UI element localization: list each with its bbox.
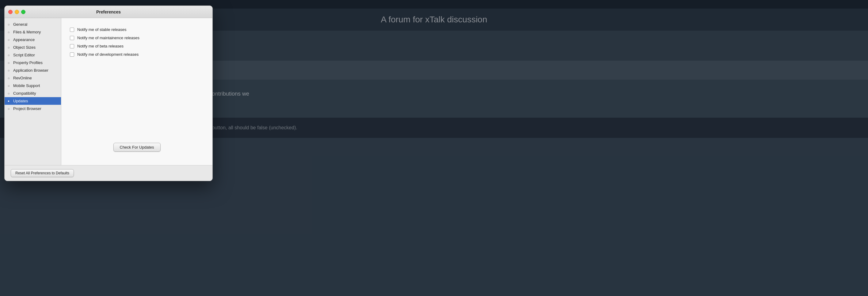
checkbox-label-stable: Notify me of stable releases bbox=[77, 27, 126, 32]
maximize-button[interactable] bbox=[21, 10, 25, 14]
dialog-footer: Reset All Preferences to Defaults bbox=[5, 165, 212, 181]
sidebar-item-property-profiles[interactable]: Property Profiles bbox=[5, 59, 61, 66]
reset-preferences-button[interactable]: Reset All Preferences to Defaults bbox=[11, 169, 74, 177]
sidebar-item-appearance[interactable]: Appearance bbox=[5, 36, 61, 43]
checkbox-development[interactable] bbox=[70, 53, 74, 57]
sidebar-item-application-browser[interactable]: Application Browser bbox=[5, 66, 61, 74]
sidebar-item-files-memory[interactable]: Files & Memory bbox=[5, 28, 61, 36]
sidebar-item-label-application-browser: Application Browser bbox=[13, 68, 49, 73]
sidebar-item-label-updates: Updates bbox=[13, 99, 28, 103]
dialog-titlebar: Preferences bbox=[5, 6, 212, 18]
checkbox-beta[interactable] bbox=[70, 44, 74, 48]
sidebar-item-compatibility[interactable]: Compatibility bbox=[5, 90, 61, 97]
preferences-dialog: Preferences General Files & Memory Appea… bbox=[4, 5, 213, 181]
checkbox-stable[interactable] bbox=[70, 28, 74, 32]
sidebar-item-label-compatibility: Compatibility bbox=[13, 91, 36, 96]
minimize-button[interactable] bbox=[15, 10, 19, 14]
checkbox-row-development: Notify me of development releases bbox=[70, 50, 204, 59]
bottom-spacer bbox=[70, 152, 204, 158]
sidebar-item-label-revonline: RevOnline bbox=[13, 76, 32, 80]
main-content-updates: Notify me of stable releases Notify me o… bbox=[61, 18, 212, 165]
checkbox-label-maintenance: Notify me of maintainence releases bbox=[77, 36, 140, 40]
check-updates-button[interactable]: Check For Updates bbox=[114, 143, 161, 152]
sidebar-item-object-sizes[interactable]: Object Sizes bbox=[5, 43, 61, 51]
dialog-body: General Files & Memory Appearance Object… bbox=[5, 18, 212, 165]
sidebar-item-label-project-browser: Project Browser bbox=[13, 106, 41, 111]
checkbox-row-maintenance: Notify me of maintainence releases bbox=[70, 34, 204, 42]
sidebar-item-revonline[interactable]: RevOnline bbox=[5, 74, 61, 82]
sidebar-item-general[interactable]: General bbox=[5, 21, 61, 28]
checkbox-label-development: Notify me of development releases bbox=[77, 52, 138, 57]
sidebar-item-label-mobile-support: Mobile Support bbox=[13, 84, 40, 88]
sidebar-item-label-object-sizes: Object Sizes bbox=[13, 45, 36, 50]
checkbox-maintenance[interactable] bbox=[70, 36, 74, 40]
sidebar-item-script-editor[interactable]: Script Editor bbox=[5, 51, 61, 59]
sidebar-item-label-general: General bbox=[13, 22, 27, 27]
sidebar-item-label-property-profiles: Property Profiles bbox=[13, 60, 42, 65]
main-spacer bbox=[70, 59, 204, 143]
sidebar: General Files & Memory Appearance Object… bbox=[5, 18, 61, 165]
checkbox-row-beta: Notify me of beta releases bbox=[70, 42, 204, 50]
checkbox-label-beta: Notify me of beta releases bbox=[77, 44, 124, 48]
checkbox-row-stable: Notify me of stable releases bbox=[70, 26, 204, 34]
traffic-lights bbox=[8, 10, 25, 14]
sidebar-item-project-browser[interactable]: Project Browser bbox=[5, 105, 61, 112]
sidebar-item-updates[interactable]: Updates bbox=[5, 97, 61, 105]
sidebar-item-mobile-support[interactable]: Mobile Support bbox=[5, 82, 61, 90]
sidebar-item-label-script-editor: Script Editor bbox=[13, 53, 35, 57]
sidebar-item-label-files: Files & Memory bbox=[13, 30, 41, 34]
sidebar-item-label-appearance: Appearance bbox=[13, 37, 35, 42]
dialog-title: Preferences bbox=[96, 9, 121, 14]
close-button[interactable] bbox=[8, 10, 12, 14]
